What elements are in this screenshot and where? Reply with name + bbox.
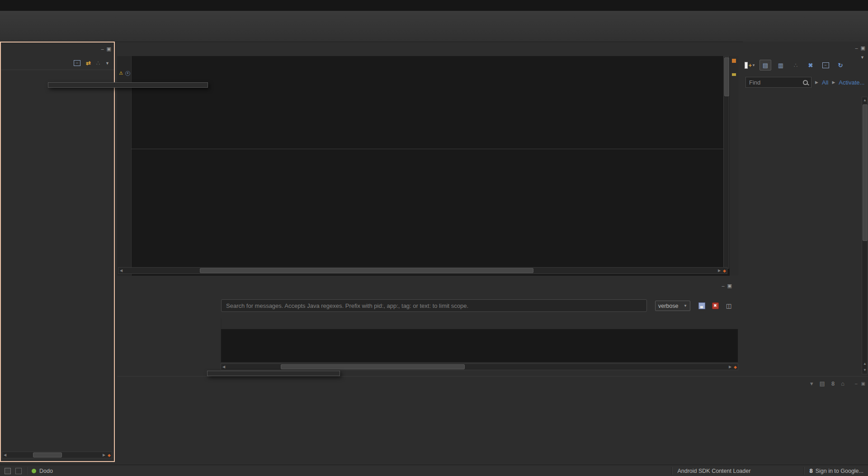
view-menu-icon[interactable]: ▼ bbox=[860, 55, 864, 60]
menubar bbox=[0, 0, 868, 11]
logcat-hscrollbar[interactable]: ◀ ▶ ◆ bbox=[221, 363, 738, 370]
scrollbar-thumb[interactable] bbox=[724, 57, 729, 96]
logcat-table-header[interactable] bbox=[221, 318, 222, 329]
collapse-all-icon[interactable]: − bbox=[820, 60, 831, 70]
scrollbar-thumb[interactable] bbox=[200, 268, 533, 273]
find-input[interactable]: Find bbox=[745, 77, 811, 88]
current-line-underline bbox=[131, 149, 723, 149]
left-panel-tabs bbox=[1, 42, 114, 57]
maximize-icon[interactable]: ▣ bbox=[861, 45, 865, 51]
pulldown-icon[interactable]: ▾ bbox=[810, 380, 813, 387]
project-context-menu bbox=[48, 82, 208, 88]
filter-completed-icon[interactable]: ✖ bbox=[805, 60, 816, 70]
group-by-icon[interactable]: ∴ bbox=[790, 60, 801, 70]
minimize-icon[interactable]: – bbox=[855, 381, 858, 386]
warning-marker[interactable] bbox=[732, 73, 736, 76]
chevron-right-icon: ▶ bbox=[832, 80, 835, 85]
display-config-icon[interactable]: ◫ bbox=[724, 301, 734, 311]
separator bbox=[26, 467, 27, 475]
fold-expand-icon[interactable]: + bbox=[125, 71, 130, 76]
synchronize-icon[interactable]: ↻ bbox=[835, 60, 846, 70]
bottom-view-panel: –▣ Search for messages. Accepts Java reg… bbox=[117, 279, 738, 373]
bottom-panel-minmax[interactable]: –▣ bbox=[722, 283, 732, 289]
fast-view-icon[interactable] bbox=[15, 468, 22, 474]
task-panel-minmax[interactable]: –▣ bbox=[855, 45, 865, 51]
maximize-icon[interactable]: ▣ bbox=[727, 283, 732, 289]
scroll-right-icon[interactable]: ▶ bbox=[717, 269, 722, 273]
annotation-ruler bbox=[730, 56, 738, 276]
google-signin-icon[interactable]: 8 bbox=[809, 467, 812, 474]
range-indicator-icon: ◆ bbox=[722, 269, 727, 273]
chevron-down-icon: ▼ bbox=[684, 304, 687, 308]
activate-link[interactable]: Activate... bbox=[839, 79, 864, 86]
scrollbar-thumb[interactable] bbox=[281, 364, 465, 369]
scheduled-view-icon[interactable]: ▥ bbox=[775, 60, 786, 70]
scroll-left-icon[interactable]: ◀ bbox=[2, 453, 8, 457]
left-panel-minmax[interactable]: –▣ bbox=[101, 46, 111, 52]
bottom-panel-tabs bbox=[117, 279, 738, 294]
editor-vscrollbar[interactable] bbox=[723, 56, 729, 269]
minimize-icon[interactable]: – bbox=[855, 45, 858, 51]
task-list-toolbar: +▼ ▤ ▥ ∴ ✖ − ↻ bbox=[745, 60, 846, 71]
task-find-row: Find ▶ All ▶ Activate... bbox=[745, 77, 864, 88]
separator bbox=[804, 467, 805, 475]
save-log-icon[interactable] bbox=[697, 301, 707, 311]
task-panel-tabs bbox=[743, 42, 868, 56]
maximize-icon[interactable]: ▣ bbox=[107, 46, 111, 52]
scroll-right-icon[interactable]: ▶ bbox=[101, 453, 107, 457]
android-tools-submenu bbox=[207, 371, 340, 376]
range-indicator-icon: ◆ bbox=[733, 365, 738, 369]
task-list bbox=[743, 97, 861, 375]
minimize-icon[interactable]: – bbox=[101, 46, 104, 52]
minimize-icon[interactable]: – bbox=[722, 283, 724, 289]
categorized-view-icon[interactable]: ▤ bbox=[760, 60, 771, 71]
focus-icon[interactable]: ∴ bbox=[96, 60, 100, 66]
status-message: Android SDK Content Loader bbox=[677, 468, 799, 474]
link-with-editor-icon[interactable]: ⇄ bbox=[86, 60, 91, 66]
scroll-left-icon[interactable]: ◀ bbox=[221, 365, 226, 369]
person-icon[interactable]: 8 bbox=[831, 380, 835, 387]
window-tray-icon[interactable] bbox=[5, 468, 11, 474]
scroll-left-icon[interactable]: ◀ bbox=[118, 269, 124, 273]
warning-icon: ⚠ bbox=[119, 71, 123, 75]
status-project-label: Dodo bbox=[39, 468, 53, 474]
package-explorer-panel: –▣ − ⇄ ∴ ▼ ◀ ▶ ◆ bbox=[0, 42, 115, 462]
filter-all-link[interactable]: All bbox=[822, 79, 828, 86]
logcat-search-input[interactable]: Search for messages. Accepts Java regexe… bbox=[221, 299, 647, 312]
eclipse-window: –▣ − ⇄ ∴ ▼ ◀ ▶ ◆ »18 –▣ ⚠ + bbox=[0, 0, 868, 476]
editor-hscrollbar[interactable]: ◀ ▶ ◆ bbox=[118, 267, 727, 274]
project-status-icon bbox=[32, 469, 36, 473]
scroll-up-icon[interactable]: ▲ bbox=[863, 98, 867, 102]
logcat-table-body[interactable] bbox=[221, 329, 738, 363]
scroll-right-icon[interactable]: ▶ bbox=[727, 365, 733, 369]
package-explorer-toolbar: − ⇄ ∴ ▼ bbox=[1, 57, 114, 70]
list-icon[interactable]: ▤ bbox=[820, 380, 825, 387]
signin-label[interactable]: Sign in to Google... bbox=[816, 468, 863, 474]
maximize-icon[interactable]: ▣ bbox=[861, 381, 865, 386]
search-icon bbox=[803, 80, 808, 85]
task-editor-strip: ▾ ▤ 8 ⌂ – ▣ bbox=[117, 376, 868, 465]
task-list-panel: –▣ ▼ +▼ ▤ ▥ ∴ ✖ − ↻ Find ▶ All ▶ Activat… bbox=[743, 42, 868, 375]
view-menu-icon[interactable]: ▼ bbox=[105, 61, 109, 66]
scrollbar-thumb[interactable] bbox=[863, 104, 868, 241]
code-editor[interactable]: ⚠ + ◀ ▶ ◆ bbox=[117, 56, 738, 276]
scroll-up-icon[interactable]: ▲ bbox=[863, 362, 867, 366]
editor-tab-bar bbox=[117, 42, 738, 56]
clear-log-icon[interactable]: ✖ bbox=[710, 301, 720, 311]
separator bbox=[672, 467, 673, 475]
toolbar bbox=[0, 11, 868, 42]
scroll-down-icon[interactable]: ▼ bbox=[863, 368, 867, 372]
scrollbar-thumb[interactable] bbox=[33, 452, 62, 457]
task-list-vscrollbar[interactable]: ▲ ▲ ▼ bbox=[862, 97, 868, 374]
range-indicator-icon: ◆ bbox=[107, 453, 112, 457]
project-tree bbox=[1, 71, 114, 448]
log-level-dropdown[interactable]: verbose▼ bbox=[655, 301, 690, 311]
new-task-icon[interactable]: +▼ bbox=[745, 60, 755, 70]
collapse-all-icon[interactable]: − bbox=[74, 60, 80, 66]
annotation-marker[interactable] bbox=[732, 59, 736, 63]
chevron-right-icon: ▶ bbox=[815, 80, 818, 85]
project-tree-hscrollbar[interactable]: ◀ ▶ ◆ bbox=[2, 452, 112, 458]
home-icon[interactable]: ⌂ bbox=[841, 380, 844, 387]
status-bar: Dodo Android SDK Content Loader 8 Sign i… bbox=[0, 465, 868, 476]
editor-gutter: ⚠ + bbox=[117, 56, 132, 276]
